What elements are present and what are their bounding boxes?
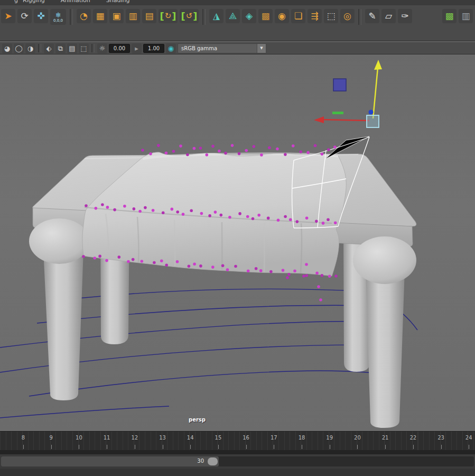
copy-buffer-icon[interactable]: ⧉ — [55, 43, 66, 53]
shaded-sphere-icon[interactable]: ◕ — [2, 43, 12, 53]
frame-tick — [330, 445, 330, 449]
frame-number: 8 — [22, 435, 25, 441]
y-axis-handle[interactable] — [373, 68, 378, 118]
separator — [358, 9, 361, 25]
frame-number: 20 — [354, 435, 361, 441]
sculpt-smooth-icon[interactable]: ⟁ — [226, 9, 240, 23]
center-handle[interactable] — [367, 115, 379, 127]
pivot-dot — [369, 110, 374, 115]
frame-tick — [441, 445, 442, 449]
frame-number: 21 — [382, 435, 389, 441]
select-highlight-icon[interactable]: ⬖ — [44, 43, 54, 53]
region-frame-icon[interactable]: ⬚ — [79, 43, 89, 53]
green-plane-icon[interactable]: ▩ — [442, 9, 457, 23]
frame-tick — [23, 445, 24, 449]
separator — [38, 44, 41, 52]
scene-canvas — [0, 55, 475, 431]
poly-sphere-project-icon[interactable]: ◔ — [77, 9, 91, 23]
frame-tick — [469, 445, 469, 449]
frame-number: 11 — [104, 435, 110, 441]
frame-number: 15 — [215, 435, 222, 441]
menu-item-partial[interactable]: g — [14, 0, 18, 5]
paste-buffer-icon[interactable]: ▤ — [67, 43, 77, 53]
frame-tick — [413, 445, 414, 449]
bake-topology-alt-icon[interactable]: [↺] — [180, 9, 199, 23]
mirror-arrows-icon[interactable]: ⇶ — [308, 9, 322, 23]
wire-sphere-icon[interactable]: ◯ — [14, 43, 24, 53]
separator — [202, 9, 206, 25]
shelf: ➤⟳✜❄0,0,0◔▦▣▥▤[↻][↺]◮⟁◈▩◉❏⇶⬚◎✎▱✑▩▥ — [0, 5, 475, 41]
frame-tick — [218, 445, 219, 449]
viewport-3d[interactable]: persp — [0, 55, 475, 431]
camera-name-label[interactable]: persp — [189, 417, 206, 423]
frame-tick — [385, 445, 386, 449]
plane-handle[interactable] — [333, 79, 346, 91]
sculpt-lift-icon[interactable]: ◮ — [209, 9, 223, 23]
time-slider[interactable]: 89101112131415161718192021222324 — [0, 431, 475, 450]
bottom-strip — [0, 469, 475, 476]
menubar: g Rigging Animation Shading — [0, 0, 475, 5]
poly-grid-project-icon[interactable]: ▦ — [93, 9, 107, 23]
sphere-volume-icon[interactable]: ◉ — [275, 9, 289, 23]
frame-number: 12 — [131, 435, 138, 441]
frame-tick — [274, 445, 274, 449]
z-axis-handle[interactable] — [332, 112, 343, 114]
textured-sphere-icon[interactable]: ◑ — [25, 43, 35, 53]
separator — [70, 9, 73, 25]
frame-number: 24 — [465, 435, 472, 441]
y-axis-arrowhead[interactable] — [374, 60, 382, 70]
frame-number: 10 — [76, 435, 82, 441]
uv-grid-alt-icon[interactable]: ▤ — [142, 9, 156, 23]
frame-number: 17 — [271, 435, 277, 441]
edit-plane-icon[interactable]: ▱ — [381, 9, 396, 23]
ink-brush-icon[interactable]: ✑ — [398, 9, 412, 23]
frame-number: 9 — [50, 435, 53, 441]
menu-item-animation[interactable]: Animation — [61, 0, 90, 5]
uv-grid-icon[interactable]: ▥ — [126, 9, 140, 23]
snap-live-icon[interactable]: ✜ — [34, 9, 48, 23]
range-slider-row: 30 — [0, 454, 475, 469]
frame-number: 13 — [159, 435, 166, 441]
gamma-field[interactable]: 1.00 — [143, 44, 164, 53]
poly-box-project-icon[interactable]: ▣ — [109, 9, 124, 23]
sculpt-relax-icon[interactable]: ◈ — [242, 9, 256, 23]
construction-history-icon[interactable]: ⟳ — [17, 9, 32, 23]
frame-number: 16 — [243, 435, 249, 441]
cube-add-icon[interactable]: ❏ — [291, 9, 305, 23]
partial-plane-icon[interactable]: ▥ — [459, 9, 473, 23]
x-axis-arrowhead[interactable] — [314, 116, 324, 123]
view-transform-dropdown[interactable]: sRGB gamma▼ — [178, 43, 266, 53]
separator — [91, 44, 95, 52]
border-select-icon[interactable]: ⬚ — [324, 9, 338, 23]
reset-transform-icon[interactable]: ❄0,0,0 — [50, 9, 66, 25]
pencil-curve-icon[interactable]: ✎ — [365, 9, 379, 23]
frame-tick — [51, 445, 52, 449]
frame-tick — [107, 445, 107, 449]
range-end-value: 30 — [197, 458, 204, 464]
frame-tick — [163, 445, 163, 449]
range-slider-bar[interactable]: 30 — [1, 456, 219, 466]
menu-item-rigging[interactable]: Rigging — [23, 0, 45, 5]
range-end-handle[interactable] — [208, 457, 218, 465]
move-manipulator[interactable] — [314, 60, 382, 127]
frame-tick — [135, 445, 135, 449]
menu-item-shading[interactable]: Shading — [106, 0, 130, 5]
stamp-grid-icon[interactable]: ▩ — [258, 9, 273, 23]
bake-topology-icon[interactable]: [↻] — [159, 9, 178, 23]
frame-number: 14 — [187, 435, 194, 441]
frame-tick — [190, 445, 191, 449]
frame-tick — [79, 445, 79, 449]
frame-tick — [357, 445, 358, 449]
x-axis-handle[interactable] — [321, 120, 369, 121]
dropdown-arrow-icon[interactable]: ▼ — [257, 44, 266, 53]
shelf-arrow-icon[interactable]: ➤ — [1, 9, 15, 23]
marker-icon[interactable]: ▸ — [132, 43, 142, 53]
frame-tick — [302, 445, 302, 449]
ring-select-icon[interactable]: ◎ — [340, 9, 355, 23]
timeline-divider — [0, 450, 475, 454]
exposure-icon[interactable]: ☼ — [97, 43, 107, 53]
frame-number: 18 — [299, 435, 305, 441]
exposure-field[interactable]: 0.00 — [109, 44, 130, 53]
range-slider-track[interactable]: 30 — [1, 456, 474, 466]
color-management-icon[interactable]: ◉ — [166, 43, 176, 53]
